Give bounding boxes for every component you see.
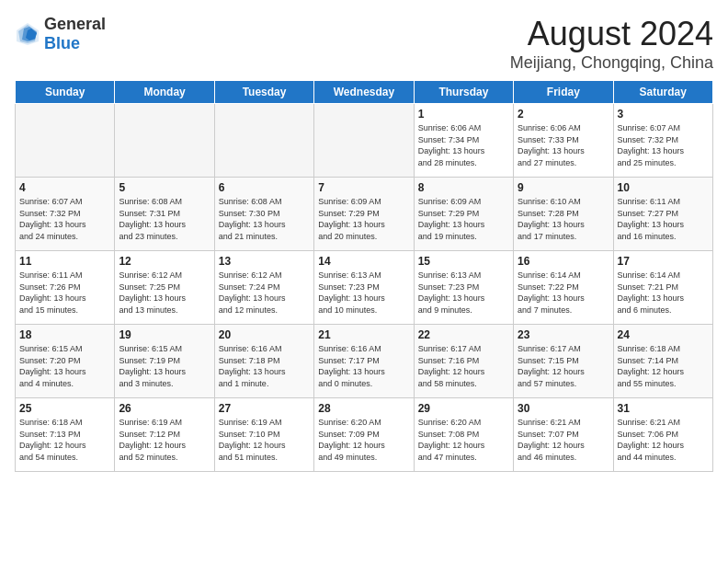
day-number: 24 — [618, 328, 709, 341]
header-row: SundayMondayTuesdayWednesdayThursdayFrid… — [16, 81, 713, 104]
calendar-cell — [314, 104, 414, 178]
day-info: Sunrise: 6:19 AM Sunset: 7:10 PM Dayligh… — [219, 417, 310, 463]
day-info: Sunrise: 6:13 AM Sunset: 7:23 PM Dayligh… — [318, 270, 409, 316]
day-number: 20 — [219, 328, 310, 341]
day-number: 28 — [318, 402, 409, 415]
calendar-cell: 21Sunrise: 6:16 AM Sunset: 7:17 PM Dayli… — [314, 325, 414, 398]
day-number: 19 — [119, 328, 210, 341]
day-number: 8 — [418, 181, 509, 194]
day-info: Sunrise: 6:14 AM Sunset: 7:22 PM Dayligh… — [518, 270, 609, 316]
day-info: Sunrise: 6:20 AM Sunset: 7:08 PM Dayligh… — [418, 417, 509, 463]
day-info: Sunrise: 6:07 AM Sunset: 7:32 PM Dayligh… — [618, 122, 709, 168]
day-number: 9 — [518, 181, 609, 194]
day-number: 7 — [318, 181, 409, 194]
calendar-cell: 27Sunrise: 6:19 AM Sunset: 7:10 PM Dayli… — [214, 398, 313, 472]
day-number: 3 — [618, 108, 709, 121]
day-number: 25 — [19, 402, 110, 415]
calendar-week-3: 11Sunrise: 6:11 AM Sunset: 7:26 PM Dayli… — [16, 251, 713, 325]
day-number: 13 — [219, 255, 310, 268]
logo-icon — [15, 21, 40, 47]
calendar-cell: 8Sunrise: 6:09 AM Sunset: 7:29 PM Daylig… — [414, 178, 513, 251]
calendar-cell: 13Sunrise: 6:12 AM Sunset: 7:24 PM Dayli… — [214, 251, 313, 325]
day-info: Sunrise: 6:11 AM Sunset: 7:26 PM Dayligh… — [19, 270, 110, 316]
calendar-cell: 18Sunrise: 6:15 AM Sunset: 7:20 PM Dayli… — [16, 325, 115, 398]
logo-text: General Blue — [44, 15, 106, 53]
day-number: 2 — [518, 108, 609, 121]
day-number: 23 — [518, 328, 609, 341]
day-number: 16 — [518, 255, 609, 268]
day-info: Sunrise: 6:09 AM Sunset: 7:29 PM Dayligh… — [318, 196, 409, 242]
logo: General Blue — [15, 15, 106, 53]
calendar-cell: 4Sunrise: 6:07 AM Sunset: 7:32 PM Daylig… — [16, 178, 115, 251]
day-info: Sunrise: 6:16 AM Sunset: 7:17 PM Dayligh… — [318, 343, 409, 389]
calendar-cell: 19Sunrise: 6:15 AM Sunset: 7:19 PM Dayli… — [115, 325, 214, 398]
calendar-week-4: 18Sunrise: 6:15 AM Sunset: 7:20 PM Dayli… — [16, 325, 713, 398]
day-number: 1 — [418, 108, 509, 121]
calendar-cell: 24Sunrise: 6:18 AM Sunset: 7:14 PM Dayli… — [613, 325, 712, 398]
day-number: 31 — [618, 402, 709, 415]
calendar-cell: 23Sunrise: 6:17 AM Sunset: 7:15 PM Dayli… — [514, 325, 613, 398]
day-info: Sunrise: 6:07 AM Sunset: 7:32 PM Dayligh… — [19, 196, 110, 242]
title-area: August 2024 Meijiang, Chongqing, China — [510, 15, 713, 73]
day-info: Sunrise: 6:08 AM Sunset: 7:30 PM Dayligh… — [219, 196, 310, 242]
day-info: Sunrise: 6:14 AM Sunset: 7:21 PM Dayligh… — [618, 270, 709, 316]
day-info: Sunrise: 6:18 AM Sunset: 7:14 PM Dayligh… — [618, 343, 709, 389]
day-number: 5 — [119, 181, 210, 194]
calendar-title: August 2024 — [510, 15, 713, 53]
day-info: Sunrise: 6:12 AM Sunset: 7:24 PM Dayligh… — [219, 270, 310, 316]
day-number: 4 — [19, 181, 110, 194]
calendar-week-5: 25Sunrise: 6:18 AM Sunset: 7:13 PM Dayli… — [16, 398, 713, 472]
calendar-cell: 3Sunrise: 6:07 AM Sunset: 7:32 PM Daylig… — [613, 104, 712, 178]
calendar-cell: 30Sunrise: 6:21 AM Sunset: 7:07 PM Dayli… — [514, 398, 613, 472]
day-number: 18 — [19, 328, 110, 341]
header-day-sunday: Sunday — [16, 81, 115, 104]
calendar-cell: 5Sunrise: 6:08 AM Sunset: 7:31 PM Daylig… — [115, 178, 214, 251]
calendar-cell: 10Sunrise: 6:11 AM Sunset: 7:27 PM Dayli… — [613, 178, 712, 251]
calendar-cell: 9Sunrise: 6:10 AM Sunset: 7:28 PM Daylig… — [514, 178, 613, 251]
day-info: Sunrise: 6:11 AM Sunset: 7:27 PM Dayligh… — [618, 196, 709, 242]
header-day-tuesday: Tuesday — [214, 81, 313, 104]
day-info: Sunrise: 6:09 AM Sunset: 7:29 PM Dayligh… — [418, 196, 509, 242]
day-number: 30 — [518, 402, 609, 415]
calendar-cell: 1Sunrise: 6:06 AM Sunset: 7:34 PM Daylig… — [414, 104, 513, 178]
calendar-cell: 6Sunrise: 6:08 AM Sunset: 7:30 PM Daylig… — [214, 178, 313, 251]
day-number: 12 — [119, 255, 210, 268]
day-info: Sunrise: 6:21 AM Sunset: 7:07 PM Dayligh… — [518, 417, 609, 463]
calendar-cell — [16, 104, 115, 178]
calendar-cell: 2Sunrise: 6:06 AM Sunset: 7:33 PM Daylig… — [514, 104, 613, 178]
calendar-cell — [115, 104, 214, 178]
calendar-cell: 11Sunrise: 6:11 AM Sunset: 7:26 PM Dayli… — [16, 251, 115, 325]
day-number: 17 — [618, 255, 709, 268]
calendar-cell: 14Sunrise: 6:13 AM Sunset: 7:23 PM Dayli… — [314, 251, 414, 325]
calendar-cell: 15Sunrise: 6:13 AM Sunset: 7:23 PM Dayli… — [414, 251, 513, 325]
logo-general: General — [44, 15, 106, 33]
day-info: Sunrise: 6:13 AM Sunset: 7:23 PM Dayligh… — [418, 270, 509, 316]
calendar-cell: 31Sunrise: 6:21 AM Sunset: 7:06 PM Dayli… — [613, 398, 712, 472]
day-number: 21 — [318, 328, 409, 341]
calendar-cell: 29Sunrise: 6:20 AM Sunset: 7:08 PM Dayli… — [414, 398, 513, 472]
day-info: Sunrise: 6:17 AM Sunset: 7:16 PM Dayligh… — [418, 343, 509, 389]
day-number: 11 — [19, 255, 110, 268]
day-number: 15 — [418, 255, 509, 268]
logo-blue: Blue — [44, 34, 80, 52]
calendar-table: SundayMondayTuesdayWednesdayThursdayFrid… — [15, 80, 713, 472]
day-info: Sunrise: 6:15 AM Sunset: 7:20 PM Dayligh… — [19, 343, 110, 389]
header-day-monday: Monday — [115, 81, 214, 104]
calendar-cell: 25Sunrise: 6:18 AM Sunset: 7:13 PM Dayli… — [16, 398, 115, 472]
day-number: 29 — [418, 402, 509, 415]
day-info: Sunrise: 6:16 AM Sunset: 7:18 PM Dayligh… — [219, 343, 310, 389]
day-number: 6 — [219, 181, 310, 194]
calendar-week-1: 1Sunrise: 6:06 AM Sunset: 7:34 PM Daylig… — [16, 104, 713, 178]
calendar-body: 1Sunrise: 6:06 AM Sunset: 7:34 PM Daylig… — [16, 104, 713, 472]
calendar-cell: 16Sunrise: 6:14 AM Sunset: 7:22 PM Dayli… — [514, 251, 613, 325]
calendar-cell: 17Sunrise: 6:14 AM Sunset: 7:21 PM Dayli… — [613, 251, 712, 325]
calendar-week-2: 4Sunrise: 6:07 AM Sunset: 7:32 PM Daylig… — [16, 178, 713, 251]
header-day-wednesday: Wednesday — [314, 81, 414, 104]
calendar-cell — [214, 104, 313, 178]
calendar-cell: 20Sunrise: 6:16 AM Sunset: 7:18 PM Dayli… — [214, 325, 313, 398]
calendar-cell: 28Sunrise: 6:20 AM Sunset: 7:09 PM Dayli… — [314, 398, 414, 472]
calendar-subtitle: Meijiang, Chongqing, China — [510, 53, 713, 73]
day-info: Sunrise: 6:06 AM Sunset: 7:33 PM Dayligh… — [518, 122, 609, 168]
day-number: 10 — [618, 181, 709, 194]
day-info: Sunrise: 6:10 AM Sunset: 7:28 PM Dayligh… — [518, 196, 609, 242]
